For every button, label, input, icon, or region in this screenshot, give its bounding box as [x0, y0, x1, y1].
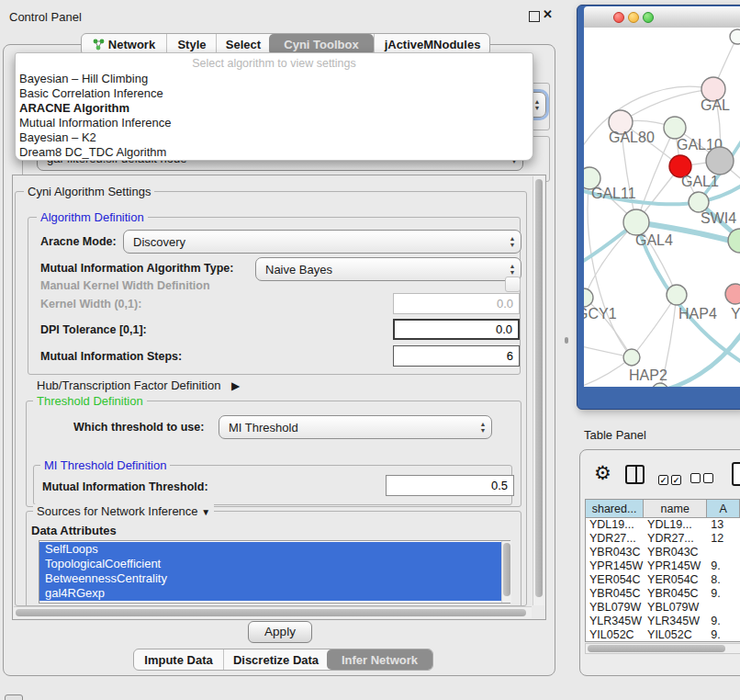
- new-table-icon[interactable]: [732, 462, 740, 486]
- dropdown-item[interactable]: Dream8 DC_TDC Algorithm: [16, 145, 533, 160]
- table-horizontal-scrollbar-thumb[interactable]: [588, 645, 725, 652]
- network-canvas[interactable]: GALGAL80GAL10GAL1GAL11SWI4GAL4GCY1HAP4YH…: [584, 28, 740, 387]
- table-cell: YBR045C: [586, 587, 644, 601]
- attribute-list-item[interactable]: SelfLoops: [39, 542, 510, 557]
- dropdown-item[interactable]: Bayesian – K2: [16, 130, 533, 145]
- tab-label: jActiveMNodules: [385, 38, 481, 51]
- network-node[interactable]: [664, 117, 686, 139]
- network-node[interactable]: [706, 147, 734, 175]
- list-scrollbar-thumb[interactable]: [503, 543, 510, 596]
- network-node-label: GAL: [701, 97, 730, 113]
- float-panel-icon[interactable]: [529, 11, 540, 22]
- manual-kernel-checkbox[interactable]: [505, 277, 521, 292]
- table-cell: YLR345W: [586, 615, 644, 628]
- kernel-width-label: Kernel Width (0,1):: [40, 298, 141, 310]
- threshold-definition-title: Threshold Definition: [33, 394, 147, 408]
- tab-label: Infer Network: [342, 653, 418, 667]
- table-row[interactable]: YDR27...YDR27...12: [586, 532, 740, 546]
- attribute-list-item[interactable]: TopologicalCoefficient: [39, 557, 510, 571]
- close-panel-icon[interactable]: ✕: [543, 7, 553, 21]
- attribute-list-item[interactable]: BetweennessCentrality: [39, 571, 510, 586]
- table-column-header[interactable]: A: [707, 500, 740, 518]
- network-window-titlebar[interactable]: [584, 6, 740, 28]
- table-cell: YBR045C: [644, 587, 707, 601]
- dropdown-prompt: Select algorithm to view settings: [16, 53, 533, 72]
- tab-label: Impute Data: [144, 653, 212, 667]
- data-attributes-list[interactable]: SelfLoopsTopologicalCoefficientBetweenne…: [39, 540, 510, 604]
- aracne-mode-combo[interactable]: Discovery ▲▼: [123, 230, 521, 254]
- sources-title-toggle[interactable]: Sources for Network Inference ▼: [33, 504, 214, 518]
- attribute-list-item[interactable]: gal4RGexp: [39, 586, 510, 601]
- table-cell: 8.: [707, 573, 740, 587]
- network-node[interactable]: [652, 383, 668, 387]
- dropdown-item[interactable]: ARACNE Algorithm: [16, 101, 533, 116]
- dropdown-item[interactable]: Bayesian – Hill Climbing: [16, 72, 533, 86]
- tab-discretize-data[interactable]: Discretize Data: [223, 649, 328, 670]
- dropdown-item[interactable]: Mutual Information Inference: [16, 116, 533, 130]
- node-table: shared...nameA YDL19...YDL19...13YDR27..…: [585, 499, 740, 642]
- network-node-label: Y: [731, 306, 740, 322]
- panel-divider-grip[interactable]: [565, 337, 568, 344]
- close-window-icon[interactable]: [613, 12, 624, 23]
- hub-definition-toggle[interactable]: Hub/Transcription Factor Definition ▶: [37, 378, 240, 392]
- tab-infer-network[interactable]: Infer Network: [327, 649, 432, 670]
- table-cell: 12: [707, 532, 740, 546]
- table-cell: YBL079W: [644, 601, 707, 615]
- dropdown-item[interactable]: Basic Correlation Inference: [16, 86, 533, 101]
- table-cell: 13: [707, 518, 740, 532]
- manual-kernel-label: Manual Kernel Width Definition: [40, 279, 210, 292]
- tab-impute-data[interactable]: Impute Data: [134, 649, 223, 670]
- network-node[interactable]: [667, 285, 687, 305]
- mi-threshold-field[interactable]: [386, 475, 514, 496]
- network-node[interactable]: [730, 29, 740, 44]
- settings-horizontal-scrollbar-thumb[interactable]: [16, 609, 526, 616]
- hide-columns-icon[interactable]: [690, 470, 713, 487]
- table-row[interactable]: YLR345WYLR345W9.: [586, 615, 740, 628]
- table-row[interactable]: YIL052CYIL052C9.: [586, 628, 740, 642]
- settings-vertical-scrollbar[interactable]: [533, 176, 544, 605]
- table-cell: 9.: [707, 587, 740, 601]
- table-row[interactable]: YBL079WYBL079W: [586, 601, 740, 615]
- mi-steps-field[interactable]: [393, 345, 520, 367]
- network-node[interactable]: [623, 209, 649, 235]
- sources-title: Sources for Network Inference: [37, 504, 198, 518]
- bottom-tabs: Impute Data Discretize Data Infer Networ…: [133, 649, 433, 671]
- network-node[interactable]: [623, 349, 640, 366]
- settings-vertical-scrollbar-thumb[interactable]: [535, 179, 543, 597]
- network-node[interactable]: [689, 192, 709, 212]
- which-threshold-combo[interactable]: MI Threshold ▲▼: [219, 415, 492, 439]
- show-columns-icon[interactable]: ✓✓: [658, 470, 681, 487]
- table-row[interactable]: YER054CYER054C8.: [586, 573, 740, 587]
- collapsed-panel-icon[interactable]: [5, 694, 23, 700]
- kernel-width-field[interactable]: [393, 293, 520, 314]
- table-cell: YDR27...: [644, 532, 707, 546]
- table-row[interactable]: YPR145WYPR145W9.: [586, 559, 740, 573]
- table-row[interactable]: YBR043CYBR043C: [586, 546, 740, 559]
- table-row[interactable]: YDL19...YDL19...13: [586, 518, 740, 532]
- table-column-header[interactable]: shared...: [586, 500, 644, 518]
- network-node[interactable]: [725, 284, 740, 304]
- list-scrollbar[interactable]: [501, 541, 511, 603]
- columns-icon[interactable]: [625, 465, 645, 484]
- algorithm-dropdown-list: Bayesian – Hill ClimbingBasic Correlatio…: [16, 72, 533, 160]
- apply-button[interactable]: Apply: [248, 621, 312, 643]
- zoom-window-icon[interactable]: [643, 12, 654, 23]
- mi-threshold-label: Mutual Information Threshold:: [42, 480, 208, 493]
- network-node-label: SWI4: [701, 210, 736, 226]
- minimize-window-icon[interactable]: [628, 12, 639, 23]
- mi-steps-label: Mutual Information Steps:: [40, 350, 182, 363]
- mi-type-combo[interactable]: Naive Bayes ▲▼: [255, 257, 521, 281]
- table-cell: YER054C: [644, 573, 707, 587]
- aracne-mode-label: Aracne Mode:: [40, 235, 117, 248]
- settings-horizontal-scrollbar[interactable]: [14, 606, 532, 618]
- table-row[interactable]: YBR045CYBR045C9.: [586, 587, 740, 601]
- table-cell: YPR145W: [644, 559, 707, 573]
- dpi-tolerance-field[interactable]: [393, 319, 520, 340]
- table-cell: [707, 546, 740, 559]
- table-horizontal-scrollbar[interactable]: [585, 643, 740, 654]
- table-column-header[interactable]: name: [644, 500, 707, 518]
- gear-icon[interactable]: ⚙: [594, 462, 611, 484]
- which-threshold-label: Which threshold to use:: [73, 421, 204, 434]
- network-node-label: GAL11: [591, 186, 636, 201]
- chevron-updown-icon: ▲▼: [475, 421, 491, 434]
